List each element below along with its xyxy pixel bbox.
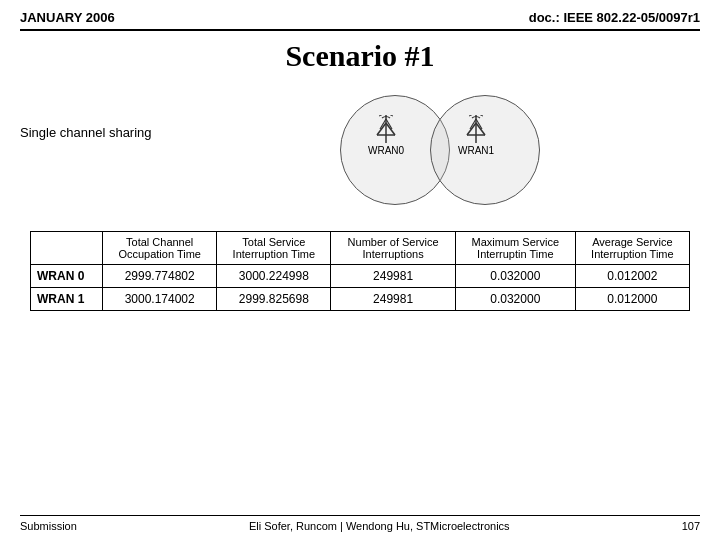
svg-line-1 [377, 123, 386, 135]
cell-1-0: WRAN 1 [31, 288, 103, 311]
table-row: WRAN 02999.7748023000.2249982499810.0320… [31, 265, 690, 288]
cell-0-3: 249981 [331, 265, 455, 288]
diagram-label: Single channel sharing [20, 85, 180, 140]
col-header-total-service: Total ServiceInterruption Time [217, 232, 331, 265]
footer-center: Eli Sofer, Runcom | Wendong Hu, STMicroe… [77, 520, 682, 532]
cell-1-5: 0.012000 [575, 288, 689, 311]
cell-0-0: WRAN 0 [31, 265, 103, 288]
cell-1-1: 3000.174002 [103, 288, 217, 311]
tower-wran1-icon [465, 115, 487, 143]
header-left: JANUARY 2006 [20, 10, 115, 25]
cell-0-4: 0.032000 [455, 265, 575, 288]
svg-line-2 [386, 123, 395, 135]
cell-0-1: 2999.774802 [103, 265, 217, 288]
table-row: WRAN 13000.1740022999.8256982499810.0320… [31, 288, 690, 311]
tower-wran1: WRAN1 [458, 115, 494, 156]
footer-left: Submission [20, 520, 77, 532]
footer: Submission Eli Sofer, Runcom | Wendong H… [20, 515, 700, 532]
col-header-total-channel: Total ChannelOccupation Time [103, 232, 217, 265]
data-table: Total ChannelOccupation Time Total Servi… [30, 231, 690, 311]
content-area: Single channel sharing [20, 85, 700, 215]
header-right: doc.: IEEE 802.22-05/0097r1 [529, 10, 700, 25]
table-section: Total ChannelOccupation Time Total Servi… [30, 231, 690, 311]
cell-0-5: 0.012002 [575, 265, 689, 288]
cell-1-2: 2999.825698 [217, 288, 331, 311]
page-title: Scenario #1 [20, 39, 700, 73]
footer-right: 107 [682, 520, 700, 532]
title-section: Scenario #1 [20, 39, 700, 73]
table-header-row: Total ChannelOccupation Time Total Servi… [31, 232, 690, 265]
header: JANUARY 2006 doc.: IEEE 802.22-05/0097r1 [20, 10, 700, 31]
col-header-max-service: Maximum ServiceInterruptin Time [455, 232, 575, 265]
venn-diagram: WRAN0 WRAN1 [320, 85, 560, 215]
cell-1-4: 0.032000 [455, 288, 575, 311]
cell-1-3: 249981 [331, 288, 455, 311]
tower-wran0-label: WRAN0 [368, 145, 404, 156]
col-header-avg-service: Average ServiceInterruption Time [575, 232, 689, 265]
svg-line-7 [467, 123, 476, 135]
tower-wran0: WRAN0 [368, 115, 404, 156]
diagram-section: WRAN0 WRAN1 [180, 85, 700, 215]
page: JANUARY 2006 doc.: IEEE 802.22-05/0097r1… [0, 0, 720, 540]
col-header-empty [31, 232, 103, 265]
tower-wran0-icon [375, 115, 397, 143]
cell-0-2: 3000.224998 [217, 265, 331, 288]
svg-line-8 [476, 123, 485, 135]
tower-wran1-label: WRAN1 [458, 145, 494, 156]
col-header-num-service: Number of ServiceInterruptions [331, 232, 455, 265]
